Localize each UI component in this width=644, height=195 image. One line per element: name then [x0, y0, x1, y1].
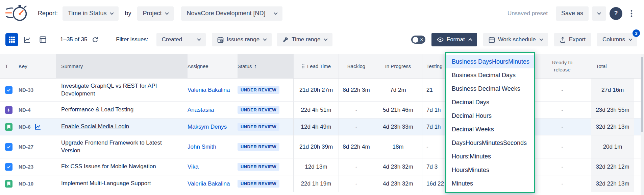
summary-cell: Investigate GraphQL vs REST for API Deve…	[56, 79, 188, 101]
assignee-link[interactable]: Valeriia Bakalina	[188, 180, 230, 187]
table-header-row: T Key Summary Assignee Status ↑ Lead Tim…	[0, 54, 644, 79]
column-header-in-progress[interactable]: In Progress	[374, 54, 422, 78]
save-as-dropdown-button[interactable]	[592, 6, 606, 21]
issue-key[interactable]: ND-27	[19, 144, 33, 150]
wrench-icon	[282, 37, 289, 43]
issue-key-cell: ND-10	[19, 175, 56, 192]
issue-summary-link[interactable]: Implement Multi-Language Support	[61, 180, 151, 188]
drag-handle-icon	[301, 64, 305, 69]
format-option[interactable]: Decimal Weeks	[446, 123, 534, 136]
line-chart-icon	[24, 36, 31, 43]
format-option[interactable]: Decimal Hours	[446, 109, 534, 123]
chevron-down-icon	[110, 11, 114, 15]
pivot-table-icon	[39, 36, 47, 43]
status-badge: UNDER REVIEW	[238, 163, 279, 171]
total-cell: 20d 1m	[591, 135, 634, 158]
issue-summary-link[interactable]: Performance & Load Testing	[61, 106, 133, 114]
lead-time-cell: 21d 20h 39m	[293, 135, 339, 158]
issue-key[interactable]: ND-6	[19, 124, 31, 130]
column-header-total[interactable]: Total	[591, 54, 634, 78]
save-as-button[interactable]: Save as	[556, 6, 589, 21]
work-schedule-button[interactable]: Work schedule	[483, 33, 548, 46]
issue-key[interactable]: ND-10	[19, 181, 33, 187]
issue-key[interactable]: ND-23	[19, 164, 33, 170]
table-row[interactable]: ND-4 Performance & Load Testing Anastasi…	[0, 102, 644, 118]
assignee-link[interactable]: Maksym Denys	[188, 124, 227, 130]
top-right-actions: Unsaved preset Save as ?	[507, 6, 637, 21]
column-header-assignee[interactable]: Assignee	[188, 54, 238, 78]
chevron-down-icon	[165, 11, 169, 15]
issue-chart-icon[interactable]	[35, 124, 41, 130]
issue-key-cell: ND-6	[19, 118, 56, 135]
more-options-button[interactable]	[626, 6, 637, 21]
filter-field-select[interactable]: Created	[156, 33, 206, 46]
issue-key[interactable]: ND-4	[19, 107, 31, 113]
issues-range-button[interactable]: Issues range	[212, 33, 272, 46]
toggle-switch[interactable]: ✕	[411, 36, 425, 44]
project-select[interactable]: NovaCore Development [ND]	[181, 6, 282, 21]
report-type-select[interactable]: Time in Status	[63, 6, 119, 21]
column-header-backlog[interactable]: Backlog	[339, 54, 374, 78]
format-option-selected[interactable]: Business DaysHoursMinutes	[446, 55, 534, 68]
grid-view-button[interactable]	[5, 33, 18, 46]
format-option[interactable]: Business Decimal Days	[446, 68, 534, 82]
column-header-summary[interactable]: Summary	[56, 54, 188, 78]
vertical-scrollbar[interactable]	[641, 54, 644, 195]
backlog-cell: 8d 22h 4m	[339, 135, 374, 158]
column-header-key[interactable]: Key	[19, 54, 56, 78]
column-header-status[interactable]: Status ↑	[238, 54, 293, 78]
table-row[interactable]: ND-23 Fix CSS Issues for Mobile Navigati…	[0, 158, 644, 175]
backlog-cell: -	[339, 118, 374, 135]
sort-ascending-icon: ↑	[254, 63, 257, 69]
eye-icon	[437, 36, 444, 43]
group-by-value: Project	[143, 10, 162, 17]
help-button[interactable]: ?	[610, 7, 622, 20]
total-cell: 32d 22h 13m	[591, 175, 634, 192]
assignee-link[interactable]: Anastasiia	[188, 107, 214, 113]
issue-summary-link[interactable]: Fix CSS Issues for Mobile Navigation	[61, 163, 156, 171]
assignee-cell: Valeriia Bakalina	[188, 175, 238, 192]
calendar-icon	[489, 37, 495, 43]
lead-time-cell: 22d 1h 19m	[293, 175, 339, 192]
table-row[interactable]: ND-6 Enable Social Media Login Maksym De…	[0, 118, 644, 135]
export-button[interactable]: Export	[554, 33, 591, 46]
issue-summary-link[interactable]: Enable Social Media Login	[61, 123, 129, 131]
ready-cell: -	[533, 135, 591, 158]
scrollbar-thumb[interactable]	[641, 57, 643, 132]
assignee-link[interactable]: Vika	[188, 164, 199, 170]
status-badge: UNDER REVIEW	[238, 123, 279, 131]
issue-summary-link[interactable]: Investigate GraphQL vs REST for API Deve…	[61, 82, 182, 98]
format-option[interactable]: DaysHoursMinutesSeconds	[446, 136, 534, 150]
table-row[interactable]: ND-27 Upgrade Frontend Framework to Late…	[0, 135, 644, 158]
format-option[interactable]: Minutes	[446, 177, 534, 190]
table-row[interactable]: ND-33 Investigate GraphQL vs REST for AP…	[0, 79, 644, 102]
group-by-select[interactable]: Project	[137, 6, 174, 21]
backlog-cell: -	[339, 102, 374, 118]
column-header-type[interactable]: T	[0, 54, 19, 78]
chevron-up-icon	[468, 38, 472, 42]
ready-cell: -	[533, 102, 591, 118]
format-option[interactable]: Business Decimal Weeks	[446, 82, 534, 95]
ready-cell: -	[533, 158, 591, 175]
issue-key[interactable]: ND-33	[19, 87, 33, 93]
assignee-link[interactable]: Valeriia Bakalina	[188, 87, 230, 93]
format-option[interactable]: Hours:Minutes	[446, 150, 534, 163]
chart-view-button[interactable]	[21, 33, 34, 46]
table-row[interactable]: ND-10 Implement Multi-Language Support V…	[0, 175, 644, 192]
column-header-lead-time[interactable]: Lead Time	[293, 54, 339, 78]
pivot-view-button[interactable]	[36, 33, 49, 46]
format-option[interactable]: HoursMinutes	[446, 163, 534, 177]
column-header-ready-to-release[interactable]: Ready to release	[533, 54, 591, 78]
refresh-button[interactable]	[92, 37, 98, 43]
format-button[interactable]: Format	[431, 33, 477, 46]
filter-issues-label: Filter issues:	[116, 36, 148, 43]
time-range-button[interactable]: Time range	[277, 33, 332, 46]
status-cell: UNDER REVIEW	[238, 79, 293, 101]
assignee-link[interactable]: John Smith	[188, 144, 216, 150]
columns-button[interactable]: Columns	[597, 33, 637, 46]
in-progress-cell: 4d 23h 32m	[374, 158, 422, 175]
status-badge: UNDER REVIEW	[238, 180, 279, 188]
format-option[interactable]: Decimal Days	[446, 95, 534, 109]
issues-range-label: Issues range	[227, 36, 259, 43]
issue-summary-link[interactable]: Upgrade Frontend Framework to Latest Ver…	[61, 139, 182, 155]
